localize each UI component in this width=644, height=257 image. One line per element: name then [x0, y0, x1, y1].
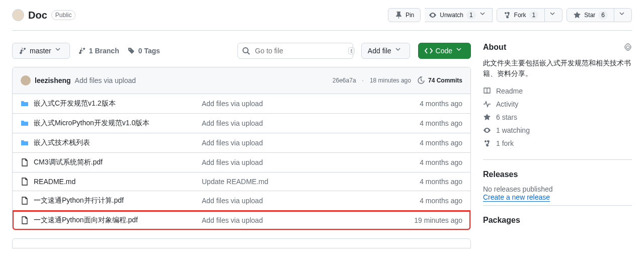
- watch-count: 1: [466, 11, 476, 20]
- file-name-link[interactable]: README.md: [34, 178, 75, 186]
- eye-icon: [483, 126, 491, 134]
- file-icon: [21, 158, 29, 166]
- commit-hash[interactable]: 26e6a7a: [333, 77, 356, 84]
- tags-count: 0 Tags: [138, 47, 160, 55]
- branch-icon: [78, 47, 86, 55]
- file-icon: [21, 178, 29, 186]
- repo-header: Doc Public Pin Unwatch 1 Fork 1: [12, 0, 632, 31]
- file-row: 一文速通Python面向对象编程.pdfAdd files via upload…: [13, 211, 470, 230]
- watching-link[interactable]: 1 watching: [483, 126, 632, 134]
- star-label: Star: [584, 12, 595, 19]
- add-file-button[interactable]: Add file: [361, 43, 410, 59]
- gear-icon[interactable]: [624, 43, 632, 51]
- chevron-down-icon: [480, 11, 488, 19]
- search-icon: [242, 47, 250, 55]
- branches-count: 1 Branch: [89, 47, 119, 55]
- dot: ·: [362, 77, 364, 84]
- file-row: README.mdUpdate README.md4 months ago: [13, 173, 470, 191]
- file-row: 嵌入式技术栈列表Add files via upload4 months ago: [13, 133, 470, 153]
- star-icon: [483, 113, 491, 121]
- releases-none: No releases published: [483, 185, 632, 193]
- folder-icon: [21, 119, 29, 127]
- pin-button[interactable]: Pin: [388, 8, 421, 22]
- eye-icon: [429, 11, 437, 19]
- chevron-down-icon: [550, 11, 558, 19]
- file-search-input[interactable]: [254, 46, 344, 55]
- star-icon: [573, 11, 581, 19]
- chevron-down-icon: [619, 11, 627, 19]
- chevron-down-icon: [456, 47, 464, 55]
- file-name-link[interactable]: 嵌入式技术栈列表: [34, 138, 90, 147]
- activity-link[interactable]: Activity: [483, 100, 632, 108]
- unwatch-button[interactable]: Unwatch 1: [425, 8, 492, 22]
- file-row: 嵌入式C开发规范v1.2版本Add files via upload4 mont…: [13, 94, 470, 114]
- code-icon: [425, 47, 433, 55]
- latest-commit-bar: leezisheng Add files via upload 26e6a7a …: [13, 67, 470, 94]
- file-commit-msg[interactable]: Update README.md: [202, 178, 268, 186]
- commit-author-avatar[interactable]: [21, 75, 31, 85]
- file-time: 4 months ago: [387, 178, 462, 186]
- file-time: 4 months ago: [387, 119, 462, 127]
- about-title: About: [483, 43, 506, 52]
- fork-label: Fork: [514, 12, 526, 19]
- fork-count: 1: [529, 11, 539, 20]
- code-button[interactable]: Code: [418, 43, 471, 59]
- releases-heading: Releases: [483, 170, 632, 179]
- file-commit-msg[interactable]: Add files via upload: [202, 119, 263, 127]
- pin-label: Pin: [406, 12, 414, 19]
- add-file-label: Add file: [368, 47, 391, 55]
- file-search[interactable]: t: [237, 43, 353, 59]
- file-name-link[interactable]: CM3调试系统简析.pdf: [34, 158, 103, 167]
- file-commit-msg[interactable]: Add files via upload: [202, 158, 263, 166]
- file-toolbar: master 1 Branch 0 Tags t Add file: [12, 43, 471, 59]
- file-listing: leezisheng Add files via upload 26e6a7a …: [12, 67, 471, 230]
- packages-heading: Packages: [483, 216, 632, 225]
- fork-icon: [503, 11, 511, 19]
- readme-link[interactable]: Readme: [483, 87, 632, 95]
- file-commit-msg[interactable]: Add files via upload: [202, 216, 263, 224]
- branch-icon: [19, 47, 27, 55]
- code-label: Code: [436, 47, 452, 55]
- fork-icon: [483, 139, 491, 147]
- tags-link[interactable]: 0 Tags: [127, 47, 160, 55]
- fork-button[interactable]: Fork 1: [497, 8, 545, 22]
- file-icon: [21, 216, 29, 224]
- star-count: 6: [598, 11, 608, 20]
- branch-select-button[interactable]: master: [12, 43, 70, 59]
- fork-more-button[interactable]: [545, 8, 562, 22]
- unwatch-label: Unwatch: [440, 12, 463, 19]
- file-commit-msg[interactable]: Add files via upload: [202, 197, 263, 205]
- create-release-link[interactable]: Create a new release: [483, 193, 550, 202]
- file-commit-msg[interactable]: Add files via upload: [202, 139, 263, 147]
- file-commit-msg[interactable]: Add files via upload: [202, 100, 263, 108]
- file-name-link[interactable]: 嵌入式MicroPython开发规范v1.0版本: [34, 119, 149, 128]
- file-time: 4 months ago: [387, 100, 462, 108]
- commits-link[interactable]: 74 Commits: [417, 76, 462, 84]
- chevron-down-icon: [55, 47, 63, 55]
- folder-icon: [21, 139, 29, 147]
- folder-icon: [21, 100, 29, 108]
- file-name-link[interactable]: 嵌入式C开发规范v1.2版本: [34, 99, 116, 108]
- owner-avatar[interactable]: [12, 9, 24, 21]
- file-row: CM3调试系统简析.pdfAdd files via upload4 month…: [13, 153, 470, 173]
- file-name-link[interactable]: 一文速通Python并行计算.pdf: [34, 196, 124, 205]
- file-row: 一文速通Python并行计算.pdfAdd files via upload4 …: [13, 191, 470, 211]
- branch-name: master: [30, 47, 51, 55]
- file-time: 19 minutes ago: [387, 216, 462, 224]
- star-button[interactable]: Star 6: [567, 8, 614, 22]
- repo-name[interactable]: Doc: [28, 10, 47, 21]
- forks-link[interactable]: 1 fork: [483, 139, 632, 147]
- about-description: 此文件夹主要包括嵌入式开发规范和相关技术书籍、资料分享。: [483, 58, 632, 79]
- star-more-button[interactable]: [614, 8, 632, 22]
- commit-author[interactable]: leezisheng: [35, 76, 71, 84]
- about-heading: About: [483, 43, 632, 52]
- branches-link[interactable]: 1 Branch: [78, 47, 119, 55]
- chevron-down-icon: [395, 47, 404, 55]
- commit-message[interactable]: Add files via upload: [75, 76, 136, 84]
- file-name-link[interactable]: 一文速通Python面向对象编程.pdf: [34, 216, 138, 225]
- file-icon: [21, 197, 29, 205]
- history-icon: [417, 76, 425, 84]
- commits-count: 74 Commits: [428, 77, 462, 84]
- stars-link[interactable]: 6 stars: [483, 113, 632, 121]
- file-time: 4 months ago: [387, 139, 462, 147]
